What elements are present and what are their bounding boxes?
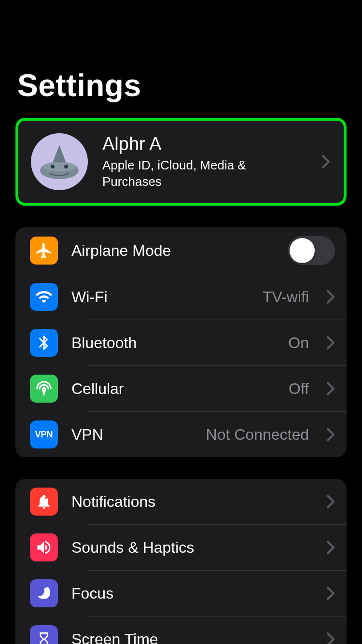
shark-avatar-icon xyxy=(35,138,84,186)
chevron-right-icon xyxy=(326,336,335,350)
notifications-row[interactable]: Notifications xyxy=(15,479,347,524)
connectivity-section: Airplane Mode Wi-Fi TV-wifi Bluetooth On… xyxy=(15,227,347,457)
feedback-section: Notifications Sounds & Haptics Focus Scr… xyxy=(15,479,347,644)
svg-point-2 xyxy=(64,165,68,168)
notifications-label: Notifications xyxy=(71,493,313,511)
focus-label: Focus xyxy=(71,585,313,602)
wifi-icon xyxy=(30,283,58,311)
wifi-row[interactable]: Wi-Fi TV-wifi xyxy=(15,274,347,320)
svg-text:VPN: VPN xyxy=(35,430,53,439)
moon-icon xyxy=(30,579,58,607)
chevron-right-icon xyxy=(321,154,330,169)
cellular-label: Cellular xyxy=(71,380,275,398)
bell-icon xyxy=(30,488,58,516)
cellular-value: Off xyxy=(289,380,309,398)
account-text: Alphr A Apple ID, iCloud, Media & Purcha… xyxy=(102,134,307,190)
chevron-right-icon xyxy=(326,494,335,509)
airplane-mode-row[interactable]: Airplane Mode xyxy=(15,227,347,274)
airplane-icon xyxy=(30,237,58,265)
airplane-mode-toggle[interactable] xyxy=(288,236,335,265)
chevron-right-icon xyxy=(326,290,335,304)
vpn-row[interactable]: VPN VPN Not Connected xyxy=(15,412,347,457)
cellular-row[interactable]: Cellular Off xyxy=(15,366,347,411)
page-title: Settings xyxy=(0,0,362,118)
chevron-right-icon xyxy=(326,586,335,601)
chevron-right-icon xyxy=(326,632,335,644)
focus-row[interactable]: Focus xyxy=(15,571,347,616)
vpn-icon: VPN xyxy=(30,420,58,448)
wifi-label: Wi-Fi xyxy=(71,288,249,306)
sounds-label: Sounds & Haptics xyxy=(71,539,313,557)
bluetooth-value: On xyxy=(288,334,309,352)
screen-time-row[interactable]: Screen Time xyxy=(15,616,347,644)
account-name: Alphr A xyxy=(102,134,307,154)
bluetooth-row[interactable]: Bluetooth On xyxy=(15,320,347,365)
hourglass-icon xyxy=(30,625,58,644)
speaker-icon xyxy=(30,533,58,561)
apple-id-row[interactable]: Alphr A Apple ID, iCloud, Media & Purcha… xyxy=(18,121,344,203)
wifi-value: TV-wifi xyxy=(263,288,309,306)
bluetooth-label: Bluetooth xyxy=(71,334,275,352)
sounds-row[interactable]: Sounds & Haptics xyxy=(15,525,347,570)
vpn-value: Not Connected xyxy=(206,426,309,444)
cellular-icon xyxy=(30,375,58,403)
chevron-right-icon xyxy=(326,427,335,442)
toggle-knob xyxy=(290,238,315,263)
account-section: Alphr A Apple ID, iCloud, Media & Purcha… xyxy=(15,118,347,206)
vpn-label: VPN xyxy=(71,426,193,444)
airplane-mode-label: Airplane Mode xyxy=(71,242,274,260)
chevron-right-icon xyxy=(326,381,335,396)
bluetooth-icon xyxy=(30,329,58,357)
chevron-right-icon xyxy=(326,540,335,555)
account-subtitle: Apple ID, iCloud, Media & Purchases xyxy=(102,157,257,190)
screen-time-label: Screen Time xyxy=(71,630,313,644)
svg-point-1 xyxy=(51,165,55,168)
avatar xyxy=(31,133,88,190)
